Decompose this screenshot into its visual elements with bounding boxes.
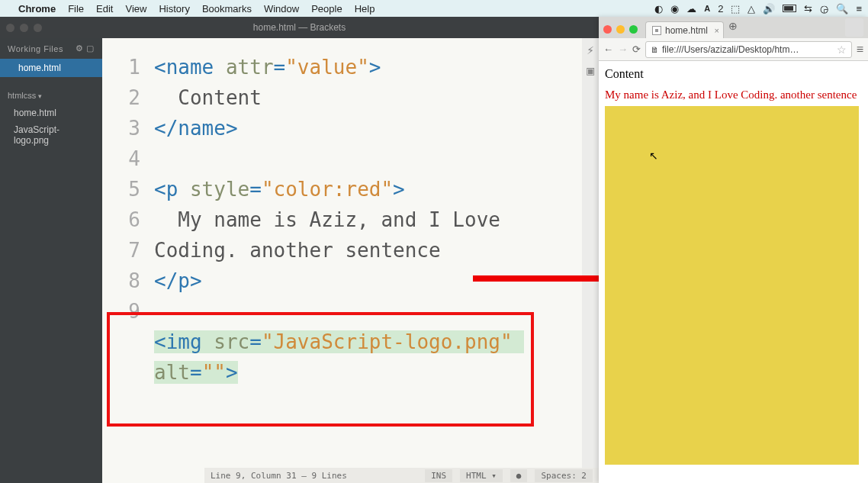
status-bar: Line 9, Column 31 — 9 Lines INS HTML ▾ ●…: [204, 468, 599, 483]
chrome-window: home.html × ⊕ ← → ⟳ 🗎 file:///Users/aziz…: [599, 17, 868, 483]
status-icon[interactable]: ☁: [686, 3, 696, 14]
wifi-icon[interactable]: ◶: [820, 3, 828, 14]
chrome-menu-icon[interactable]: ≡: [857, 43, 863, 56]
page-content: Content My name is Aziz, and I Love Codi…: [599, 61, 868, 483]
menu-history[interactable]: History: [159, 3, 189, 14]
content-text: Content: [605, 67, 862, 81]
brackets-window: home.html — Brackets Working Files ⚙ ▢ h…: [0, 17, 599, 483]
menu-edit[interactable]: Edit: [96, 3, 113, 14]
battery-icon[interactable]: [783, 5, 796, 12]
status-spaces[interactable]: Spaces: 2: [535, 469, 593, 482]
chevron-down-icon: ▾: [38, 92, 42, 100]
drive-icon[interactable]: △: [747, 3, 755, 14]
extension-icon[interactable]: ▣: [587, 63, 594, 78]
minimize-icon[interactable]: [20, 24, 28, 32]
profile-avatar[interactable]: [845, 18, 863, 37]
line-gutter: 123456789: [102, 38, 151, 468]
working-files-label: Working Files: [8, 44, 63, 53]
url-bar[interactable]: 🗎 file:///Users/azizali/Desktop/htm… ☆: [645, 41, 852, 58]
status-circle[interactable]: ●: [510, 469, 528, 482]
menu-window[interactable]: Window: [264, 3, 299, 14]
chrome-tabstrip: home.html × ⊕: [599, 17, 868, 38]
gear-icon[interactable]: ⚙ ▢: [76, 43, 95, 53]
project-file-item[interactable]: home.html: [0, 105, 102, 121]
cursor-position: Line 9, Column 31 — 9 Lines: [211, 471, 417, 481]
brackets-title: home.html — Brackets: [0, 22, 599, 33]
close-icon[interactable]: [6, 24, 14, 32]
bookmark-star-icon[interactable]: ☆: [837, 43, 847, 56]
working-files-header[interactable]: Working Files ⚙ ▢: [0, 38, 102, 59]
forward-button[interactable]: →: [618, 43, 628, 55]
code-content[interactable]: <name attr="value"> Content</name><p sty…: [151, 38, 582, 468]
file-favicon-icon: [652, 26, 661, 35]
live-preview-icon[interactable]: ⚡: [587, 43, 594, 57]
menu-people[interactable]: People: [311, 3, 342, 14]
menu-bookmarks[interactable]: Bookmarks: [202, 3, 252, 14]
menu-help[interactable]: Help: [355, 3, 375, 14]
brackets-titlebar[interactable]: home.html — Brackets: [0, 17, 599, 38]
brackets-sidebar: Working Files ⚙ ▢ home.html htmlcss ▾ ho…: [0, 38, 102, 483]
status-ins[interactable]: INS: [425, 469, 452, 482]
status-icon[interactable]: ◉: [670, 3, 679, 14]
url-text: file:///Users/azizali/Desktop/htm…: [662, 44, 799, 55]
back-button[interactable]: ←: [603, 43, 613, 55]
new-tab-button[interactable]: ⊕: [728, 20, 738, 32]
code-editor[interactable]: 123456789 <name attr="value"> Content</n…: [102, 38, 599, 483]
project-header[interactable]: htmlcss ▾: [0, 86, 102, 105]
menubar-app[interactable]: Chrome: [18, 3, 56, 14]
chrome-toolbar: ← → ⟳ 🗎 file:///Users/azizali/Desktop/ht…: [599, 38, 868, 61]
menubar-status-icons: ◐ ◉ ☁ A 2 ⬚ △ 🔊 ⇆ ◶ 🔍 ≡: [654, 3, 862, 14]
status-icon[interactable]: 2: [718, 3, 723, 14]
browser-tab[interactable]: home.html ×: [645, 21, 724, 38]
close-tab-icon[interactable]: ×: [715, 26, 719, 35]
volume-icon[interactable]: 🔊: [763, 3, 775, 14]
brackets-right-toolbar: ⚡ ▣: [582, 38, 599, 468]
menu-view[interactable]: View: [125, 3, 146, 14]
close-icon[interactable]: [603, 25, 612, 34]
mouse-cursor-icon: ↖: [649, 150, 658, 162]
menu-file[interactable]: File: [68, 3, 84, 14]
paragraph-text: My name is Aziz, and I Love Coding. anot…: [605, 89, 862, 101]
status-lang[interactable]: HTML ▾: [460, 469, 503, 482]
javascript-logo-image: [605, 106, 859, 465]
wifi-icon[interactable]: ⇆: [804, 3, 812, 14]
project-file-item[interactable]: JavaScript-logo.png: [0, 121, 102, 149]
working-file-item[interactable]: home.html: [0, 59, 102, 77]
mac-menubar: Chrome File Edit View History Bookmarks …: [0, 0, 868, 17]
adobe-icon[interactable]: A: [704, 4, 710, 13]
reload-button[interactable]: ⟳: [632, 43, 641, 55]
tab-title: home.html: [665, 25, 708, 36]
zoom-icon[interactable]: [34, 24, 42, 32]
file-icon: 🗎: [651, 45, 659, 54]
dropbox-icon[interactable]: ⬚: [731, 3, 740, 14]
zoom-icon[interactable]: [629, 25, 638, 34]
status-icon[interactable]: ◐: [654, 3, 663, 14]
spotlight-icon[interactable]: 🔍: [836, 3, 848, 14]
menu-icon[interactable]: ≡: [856, 3, 862, 14]
minimize-icon[interactable]: [616, 25, 625, 34]
